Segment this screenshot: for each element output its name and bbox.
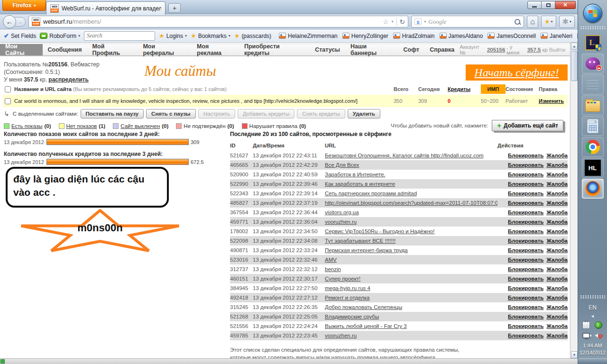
report-link[interactable]: Жалоба (546, 304, 568, 310)
site-url-link[interactable]: Ремонт и отделка (325, 295, 497, 300)
report-link[interactable]: Жалоба (546, 219, 568, 225)
download-manager-icon[interactable]: ↓ (595, 321, 602, 329)
bookmarks-menu-button[interactable]: ★ ▾ (541, 16, 556, 28)
site-url-link[interactable]: Безкоштовні Оголошення, Каталог сайтів h… (325, 153, 497, 158)
taskbar-item-game[interactable]: L (582, 33, 604, 53)
site-url-link[interactable]: visitors.org.ua (325, 209, 497, 215)
taskbar-item-hl[interactable]: HL (582, 158, 604, 178)
block-link[interactable]: Блокировать (508, 153, 543, 158)
report-link[interactable]: Жалоба (546, 191, 568, 196)
site-url-link[interactable]: vooruzhen.ru (325, 219, 497, 225)
roboform-menu-button[interactable]: RoboForm ▾ (40, 33, 80, 39)
site-url-link[interactable]: Все Для Всех (325, 162, 497, 168)
block-link[interactable]: Блокировать (508, 238, 543, 244)
volume-muted-icon[interactable] (595, 332, 602, 339)
add-site-button[interactable]: + Добавить ещё сайт (492, 120, 563, 131)
close-button[interactable]: ✕ (555, 1, 576, 9)
report-link[interactable]: Жалоба (546, 295, 568, 300)
bulk-action-button[interactable]: Удалить (348, 109, 380, 118)
block-link[interactable]: Блокировать (508, 257, 543, 263)
menu-item[interactable]: Приобрести кредиты (239, 44, 310, 55)
roboform-search-input[interactable] (84, 31, 155, 41)
block-link[interactable]: Блокировать (508, 333, 543, 338)
taskbar-item-calculator[interactable]: 0 (582, 116, 604, 136)
credits-link[interactable]: 357.5 (527, 47, 541, 53)
bookmarks-button[interactable]: ★ Bookmarks ▾ (191, 32, 230, 39)
block-link[interactable]: Блокировать (508, 304, 543, 310)
menu-item[interactable]: Статусы (310, 44, 345, 55)
site-url-link[interactable]: Владимирские срубы (325, 314, 497, 319)
report-link[interactable]: Жалоба (546, 247, 568, 253)
site-url-link[interactable]: Как заработать в интернете (325, 181, 497, 187)
logins-button[interactable]: ★ Logins ▾ (159, 32, 187, 39)
legend-filter-link[interactable]: Сайт выключен (120, 123, 160, 129)
block-link[interactable]: Блокировать (508, 200, 543, 206)
passcards-button[interactable]: ★ (passcards) (234, 32, 271, 39)
block-link[interactable]: Блокировать (508, 162, 543, 168)
menu-item[interactable]: Мой Профиль (87, 44, 138, 55)
menu-item[interactable]: Мои Сайты (0, 44, 43, 55)
passcard-shortcut[interactable]: JamesAldano (440, 33, 483, 39)
passcard-shortcut[interactable]: HenryZollinger (342, 33, 388, 39)
report-link[interactable]: Жалоба (546, 172, 568, 177)
vertical-scrollbar[interactable]: ▲ ▼ (570, 43, 578, 358)
taskbar-item-notepad[interactable] (582, 74, 604, 94)
scroll-up-icon[interactable]: ▲ (571, 43, 578, 50)
bulk-action-button[interactable]: Поставить на паузу (81, 109, 144, 118)
block-link[interactable]: Блокировать (508, 323, 543, 329)
site-checkbox[interactable] (5, 98, 11, 104)
block-link[interactable]: Блокировать (508, 266, 543, 272)
site-url-link[interactable]: Пермская интернет-биржа труда (325, 247, 497, 253)
block-link[interactable]: Блокировать (508, 276, 543, 282)
edit-site-link[interactable]: Изменить (539, 98, 564, 104)
site-url-link[interactable]: http://olevinart.blogspot.com/search?upd… (325, 200, 497, 206)
show-desktop-button[interactable] (578, 358, 607, 364)
menu-item[interactable]: Моя реклама (192, 44, 239, 55)
site-url-link[interactable]: Тут зарабатывают ВСЕ !!!!!!! (325, 238, 497, 244)
report-link[interactable]: Жалоба (546, 209, 568, 215)
report-link[interactable]: Жалоба (546, 276, 568, 282)
taskbar-item-explorer[interactable] (582, 95, 604, 115)
search-box[interactable]: g ▾ Google (411, 16, 524, 27)
maximize-button[interactable] (542, 1, 555, 9)
bookmark-star-icon[interactable]: ☆ (383, 18, 389, 26)
url-dropdown-icon[interactable]: ▾ (391, 19, 393, 24)
new-tab-button[interactable]: + (168, 3, 181, 13)
logout-link[interactable]: Выйти (549, 47, 565, 53)
firefox-menu-button[interactable]: Firefox ▾ (2, 0, 46, 11)
block-link[interactable]: Блокировать (508, 181, 543, 187)
select-all-checkbox[interactable] (5, 86, 11, 92)
passcard-shortcut[interactable]: HelaineZimmerman (279, 33, 338, 39)
passcard-shortcut[interactable]: JamesOconnell (487, 33, 536, 39)
language-indicator[interactable]: EN (589, 304, 597, 311)
site-url-link[interactable]: Супер проект! (325, 276, 497, 282)
report-link[interactable]: Жалоба (546, 266, 568, 272)
network-icon[interactable] (582, 333, 590, 338)
report-link[interactable]: Жалоба (546, 323, 568, 329)
account-number-link[interactable]: 205156 (487, 47, 505, 53)
report-link[interactable]: Жалоба (546, 153, 568, 158)
taskbar-item-yahoo-messenger[interactable] (582, 54, 604, 73)
taskbar-item-chrome[interactable] (582, 137, 604, 157)
report-link[interactable]: Жалоба (546, 238, 568, 244)
set-fields-button[interactable]: ✔ Set Fields (4, 32, 36, 39)
reload-icon[interactable]: ↻ (400, 18, 405, 26)
block-link[interactable]: Блокировать (508, 172, 543, 177)
report-link[interactable]: Жалоба (546, 200, 568, 206)
passcard-shortcut[interactable]: JaneNeri (541, 33, 572, 39)
power-plug-icon[interactable] (582, 321, 590, 329)
back-button[interactable]: ← (3, 15, 16, 28)
report-link[interactable]: Жалоба (546, 333, 568, 338)
home-button[interactable]: ⌂ (527, 16, 538, 28)
legend-filter-link[interactable]: Есть показы (11, 123, 42, 129)
credits-sort-link[interactable]: Кредиты (448, 86, 481, 92)
site-url-link[interactable]: Выжить любой ценой - Far Cry 3 (325, 323, 497, 329)
session-restore-button[interactable]: ✱ ▾ (559, 16, 575, 28)
block-link[interactable]: Блокировать (508, 295, 543, 300)
show-hidden-icons-button[interactable]: ◄ (590, 314, 595, 318)
menu-item[interactable]: Сообщения (43, 44, 87, 55)
taskbar-clock[interactable]: 1:44 AM 12/14/2012 (579, 342, 606, 356)
scrollbar-thumb[interactable] (571, 51, 578, 81)
block-link[interactable]: Блокировать (508, 285, 543, 291)
site-url-link[interactable]: Сеть партнерских программ admitad (325, 191, 497, 196)
